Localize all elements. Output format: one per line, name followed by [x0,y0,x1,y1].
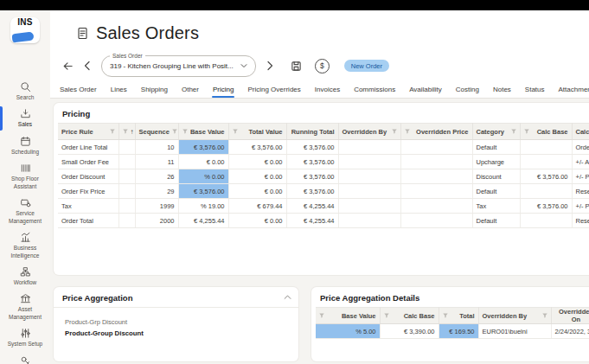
sidebar-item-business-intelligence[interactable]: Business Intelligence [0,232,50,259]
calendar-icon [20,136,31,147]
table-row[interactable]: Order Line Total 10 € 3,576.00 € 3,576.0… [58,140,589,155]
filter-icon[interactable] [233,129,238,134]
sidebar-item-system-setup[interactable]: System Setup [0,328,50,348]
sort-ascending-icon[interactable]: ↑ [131,128,134,136]
filter-icon[interactable] [511,129,516,134]
details-table-body: % 5.00 € 3,390.00 € 169.50 EURO01\buelni… [316,324,589,339]
main-area: Sales Orders Sales Order 319 - Kitchen G… [50,10,589,364]
filter-icon[interactable] [443,313,448,318]
pricing-refresh-button[interactable]: $ [315,59,330,73]
app-logo[interactable]: INS [10,17,40,43]
tab[interactable]: Shipping [140,86,169,99]
sidebar-item-scheduling[interactable]: Scheduling [0,136,50,156]
chevron-right-icon [266,61,274,71]
record-selector[interactable]: Sales Order 319 - Kitchen Grouping Line … [101,55,256,77]
filter-icon[interactable] [524,129,529,134]
column-header-base-value: Base Value [190,128,225,136]
filter-icon[interactable] [405,129,410,134]
tab-label: Attachments [559,86,589,93]
tab[interactable]: Notes [492,86,512,99]
collapse-chevron-up-icon[interactable] [284,294,291,300]
cell-overridden-by [338,184,400,199]
tab[interactable]: Costing [455,86,480,99]
table-row[interactable]: % 5.00 € 3,390.00 € 169.50 EURO01\buelni… [316,324,589,339]
logo-swoosh [11,32,34,43]
table-row[interactable]: Order Discount 26 % 0.00 € 0.00 € 3,576.… [58,169,589,184]
tab-label: Status [525,86,545,93]
tab[interactable]: Availability [408,86,443,99]
filter-icon[interactable] [319,313,324,318]
column-header-overridden-by: Overridden By [483,312,528,320]
tab[interactable]: Commissions [353,86,396,99]
table-row[interactable]: Order Total 2000 € 4,255.44 € 0.00 € 4,2… [58,214,589,228]
cell-category: Default [472,214,520,228]
tab[interactable]: Lines [110,86,128,99]
filter-icon[interactable] [110,129,115,134]
previous-record-button[interactable] [83,61,92,71]
filter-icon[interactable] [384,313,389,318]
price-aggregation-details-table: Base Value Calc Base Total Overridden By… [316,307,589,339]
back-button[interactable] [62,61,74,72]
dollar-icon: $ [315,59,330,73]
tab[interactable]: Pricing Overrides [246,86,301,99]
pricing-panel-title: Pricing [54,103,589,123]
cell-sort [118,169,135,184]
page-header: Sales Orders [76,23,199,43]
cell-total-value: € 679.44 [228,199,286,214]
pricing-table: Price Rule ↑ Sequence Base Value Total V… [58,123,589,228]
sidebar-item-sales[interactable]: Sales [0,108,50,128]
sidebar-item-keys[interactable] [0,355,50,364]
cell-base-value: € 3,576.00 [178,184,228,199]
sidebar-nav: Search Sales Scheduling Shop Floor Assis… [0,81,50,364]
cell-calculation: +/- Amount [572,155,589,169]
chevron-left-icon [83,61,92,71]
save-icon [291,61,302,72]
sidebar-item-service-management[interactable]: Service Management [0,197,50,225]
table-row[interactable]: Small Order Fee 11 € 0.00 € 0.00 € 3,576… [58,155,589,169]
cell-overridden-on: 2/24/2022, 3 [551,324,589,339]
back-arrow-icon [62,61,74,72]
save-button[interactable] [291,61,302,72]
sidebar-item-asset-management[interactable]: Asset Management [0,293,50,321]
cell-overridden-by [338,140,400,155]
sidebar-item-workflow[interactable]: Workflow [0,266,50,286]
sidebar-item-search[interactable]: Search [0,81,50,101]
tab[interactable]: Status [524,86,546,99]
aggregation-selected-node[interactable]: Product-Group Discount [65,329,298,337]
price-aggregation-details-title: Price Aggregation Details [311,287,589,307]
cell-calculation: Reset Amount [572,214,589,228]
tab[interactable]: Pricing [212,86,234,99]
cell-overridden-price [400,199,472,214]
top-black-bar [0,0,589,10]
table-row[interactable]: Order Fix Price 29 € 3,576.00 € 0.00 € 3… [58,184,589,199]
sidebar-item-shop-floor-assistant[interactable]: Shop Floor Assistant [0,163,50,190]
aggregation-parent-node[interactable]: Product-Grp Discount [65,318,298,326]
table-row[interactable]: Tax 1999 % 19.00 € 679.44 € 4,255.44 Tax… [58,199,589,214]
column-header-overridden-on: Overridden On [555,308,589,323]
pricing-header-row: Price Rule ↑ Sequence Base Value Total V… [58,124,589,140]
column-header-calc-base: Calc Base [537,128,568,136]
cell-total-value: € 0.00 [228,214,286,228]
filter-icon[interactable] [392,129,397,134]
tab[interactable]: Attachments [558,86,589,99]
filter-icon[interactable] [542,313,547,318]
cell-calc-base [520,155,572,169]
tab[interactable]: Other [181,86,200,99]
cell-sequence: 2000 [135,214,178,228]
cell-overridden-by [338,155,400,169]
filter-icon[interactable] [182,129,188,134]
next-record-button[interactable] [266,61,274,71]
page-title: Sales Orders [96,23,199,43]
column-header-calc-base: Calc Base [404,312,435,320]
filter-icon[interactable] [123,129,128,134]
content-area: Pricing Price Rule ↑ Sequence Base Value [50,99,589,364]
filter-icon[interactable] [172,129,177,134]
cell-running-total: € 4,255.44 [286,214,338,228]
cell-category: Upcharge [472,155,520,169]
tab[interactable]: Sales Order [59,86,98,99]
key-icon [20,355,31,364]
app-window: INS Search Sales Scheduling Shop Floor A… [0,0,589,364]
service-icon [20,197,31,208]
sidebar-item-label: Business Intelligence [3,245,47,259]
tab[interactable]: Invoices [314,86,341,99]
